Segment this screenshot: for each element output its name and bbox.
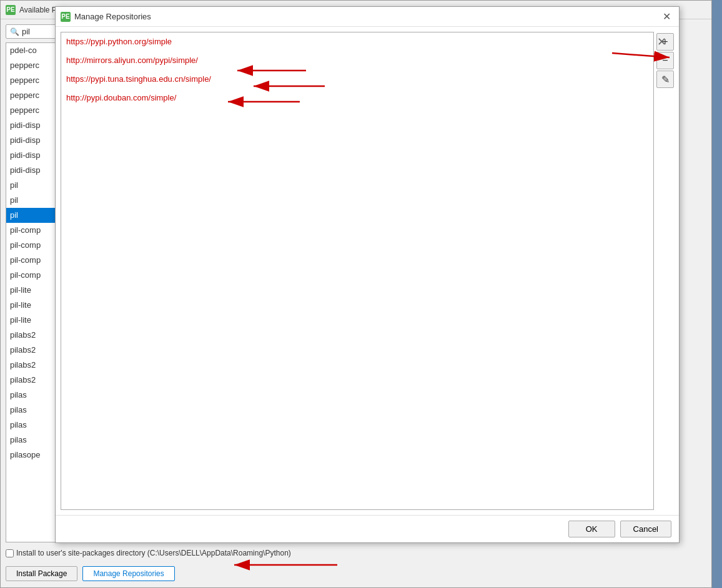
dialog-app-icon: PE (61, 12, 71, 22)
repository-item[interactable]: http://mirrors.aliyun.com/pypi/simple/ (61, 51, 653, 70)
repository-list[interactable]: https://pypi.python.org/simplehttp://mir… (61, 32, 654, 510)
dialog-title: Manage Repositories (74, 12, 655, 21)
remove-repository-button[interactable]: − (656, 52, 674, 69)
repository-item[interactable]: https://pypi.python.org/simple (61, 32, 653, 51)
dialog-secondary-close[interactable]: ✕ (657, 35, 666, 49)
ok-button[interactable]: OK (568, 521, 615, 537)
dialog-close-button[interactable]: ✕ (659, 9, 674, 24)
dialog-overlay: PE Manage Repositories ✕ https://pypi.py… (0, 0, 722, 588)
dialog-footer: OK Cancel (56, 515, 679, 542)
manage-repositories-dialog: PE Manage Repositories ✕ https://pypi.py… (55, 6, 680, 543)
repository-actions: + − ✎ (656, 32, 674, 510)
cancel-button[interactable]: Cancel (620, 521, 671, 537)
repository-item[interactable]: https://pypi.tuna.tsinghua.edu.cn/simple… (61, 70, 653, 89)
repository-item[interactable]: http://pypi.douban.com/simple/ (61, 89, 653, 107)
edit-repository-button[interactable]: ✎ (656, 71, 674, 88)
dialog-body: https://pypi.python.org/simplehttp://mir… (56, 27, 679, 515)
dialog-titlebar: PE Manage Repositories ✕ (56, 7, 679, 27)
